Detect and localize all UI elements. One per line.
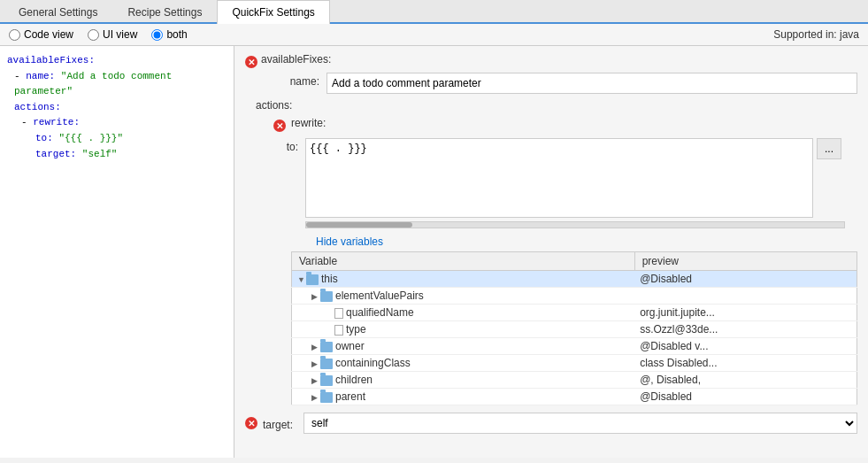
available-fixes-header: ✕ availableFixes:: [245, 53, 857, 71]
ellipsis-button[interactable]: ...: [817, 138, 841, 159]
name-field-wrapper: [326, 73, 857, 94]
code-view-radio-label[interactable]: Code view: [9, 28, 73, 41]
preview-cell: class Disabled...: [634, 355, 856, 372]
variables-table: Variable preview this@DisabledelementVal…: [291, 251, 857, 405]
variables-table-header: Variable preview: [292, 252, 857, 271]
available-fixes-label: availableFixes:: [261, 53, 331, 66]
tab-quickfix-settings[interactable]: QuickFix Settings: [217, 0, 329, 24]
variable-cell: this: [292, 271, 635, 288]
variable-cell: owner: [292, 338, 635, 355]
rewrite-section: ✕ rewrite: to: ...: [273, 117, 857, 405]
variable-name: this: [321, 273, 338, 285]
delete-rewrite-button[interactable]: ✕: [273, 120, 286, 132]
code-target-key: target:: [35, 149, 76, 159]
variable-cell: type: [292, 321, 635, 338]
available-fixes-content: name: actions: ✕ rewrite: to: ..: [245, 73, 857, 405]
collapse-icon[interactable]: [297, 275, 306, 284]
variable-name: elementValuePairs: [335, 289, 424, 302]
both-radio-label[interactable]: both: [151, 28, 187, 41]
preview-cell: ss.Ozzl@33de...: [634, 321, 856, 338]
code-target-value: "self": [82, 149, 118, 159]
both-radio[interactable]: [151, 29, 163, 41]
ui-view-radio-label[interactable]: UI view: [88, 28, 137, 41]
folder-icon: [320, 392, 333, 403]
folder-icon: [320, 375, 333, 386]
name-input[interactable]: [326, 73, 857, 94]
preview-cell: @Disabled: [634, 271, 856, 288]
to-row: to: ...: [273, 138, 857, 218]
expand-icon[interactable]: [311, 343, 320, 351]
view-options: Code view UI view both: [9, 28, 188, 41]
expand-icon[interactable]: [311, 359, 320, 368]
ui-view-label: UI view: [103, 28, 137, 41]
variable-name: qualifiedName: [346, 306, 414, 319]
expand-icon[interactable]: [311, 292, 320, 301]
target-label: target:: [263, 416, 298, 431]
expand-icon[interactable]: [311, 376, 320, 385]
preview-cell: @Disabled v...: [634, 338, 856, 355]
delete-target-button[interactable]: ✕: [245, 417, 257, 429]
scrollbar-thumb: [306, 222, 412, 228]
table-row[interactable]: typess.Ozzl@33de...: [292, 321, 857, 338]
folder-icon: [320, 291, 333, 302]
table-row[interactable]: containingClassclass Disabled...: [292, 355, 857, 372]
left-code-panel: availableFixes: - name: "Add a todo comm…: [0, 46, 234, 458]
rewrite-label: rewrite:: [291, 117, 326, 129]
table-row[interactable]: this@Disabled: [292, 271, 857, 288]
to-textarea[interactable]: [305, 138, 813, 218]
name-label: name:: [256, 73, 326, 88]
to-textarea-wrapper: ...: [305, 138, 857, 218]
name-row: name:: [256, 73, 857, 94]
preview-cell: org.junit.jupite...: [634, 305, 856, 321]
preview-cell: @Disabled: [634, 389, 856, 405]
folder-icon: [306, 274, 319, 285]
preview-cell: [634, 288, 856, 305]
code-line-5: to: "{{{ . }}}": [7, 131, 227, 147]
code-line-3: actions:: [7, 100, 227, 116]
code-line-4: - rewrite:: [7, 115, 227, 131]
code-to-value: "{{{ . }}}": [58, 133, 123, 143]
variable-cell: parent: [292, 389, 635, 405]
actions-label: actions:: [256, 99, 857, 112]
variable-name: owner: [335, 340, 365, 352]
hide-variables-link[interactable]: Hide variables: [316, 235, 383, 248]
right-form-panel: ✕ availableFixes: name: actions: ✕ rewri…: [234, 46, 868, 458]
code-line-2: - name: "Add a todo comment parameter": [7, 69, 227, 100]
file-icon: [334, 325, 343, 336]
rewrite-header: ✕ rewrite:: [273, 117, 857, 135]
to-label: to:: [273, 138, 305, 153]
target-select[interactable]: selfownerparent: [303, 413, 857, 434]
code-view-radio[interactable]: [9, 29, 20, 41]
main-layout: availableFixes: - name: "Add a todo comm…: [0, 46, 868, 458]
variable-col-header: Variable: [292, 252, 635, 271]
table-row[interactable]: qualifiedNameorg.junit.jupite...: [292, 305, 857, 321]
both-label: both: [166, 28, 187, 41]
ui-view-radio[interactable]: [88, 29, 99, 41]
tab-general-settings[interactable]: General Settings: [4, 0, 112, 24]
code-name-value: - name: "Add a todo comment parameter": [14, 71, 172, 97]
code-key-actions: actions:: [14, 102, 61, 112]
table-row[interactable]: parent@Disabled: [292, 389, 857, 405]
variable-name: parent: [335, 390, 365, 403]
code-view-label: Code view: [24, 28, 73, 41]
tab-bar: General Settings Recipe Settings QuickFi…: [0, 0, 868, 24]
view-bar: Code view UI view both Supported in: jav…: [0, 24, 868, 46]
target-row: ✕ target: selfownerparent: [245, 413, 857, 434]
variable-name: type: [346, 323, 366, 336]
table-row[interactable]: owner@Disabled v...: [292, 338, 857, 355]
table-row[interactable]: elementValuePairs: [292, 288, 857, 305]
folder-icon: [320, 359, 333, 369]
code-key-availablefixes: availableFixes:: [7, 55, 95, 66]
variable-cell: elementValuePairs: [292, 288, 635, 305]
preview-cell: @, Disabled,: [634, 372, 856, 389]
code-rewrite-key: - rewrite:: [21, 117, 80, 127]
delete-available-fix-button[interactable]: ✕: [245, 56, 257, 68]
textarea-horizontal-scrollbar[interactable]: [305, 221, 845, 228]
table-row[interactable]: children@, Disabled,: [292, 372, 857, 389]
variable-cell: children: [292, 372, 635, 389]
expand-icon[interactable]: [311, 393, 320, 402]
tab-recipe-settings[interactable]: Recipe Settings: [112, 0, 217, 24]
variables-table-body: this@DisabledelementValuePairsqualifiedN…: [292, 271, 857, 405]
variable-name: containingClass: [335, 357, 411, 369]
supported-in-text: Supported in: java: [773, 28, 859, 41]
